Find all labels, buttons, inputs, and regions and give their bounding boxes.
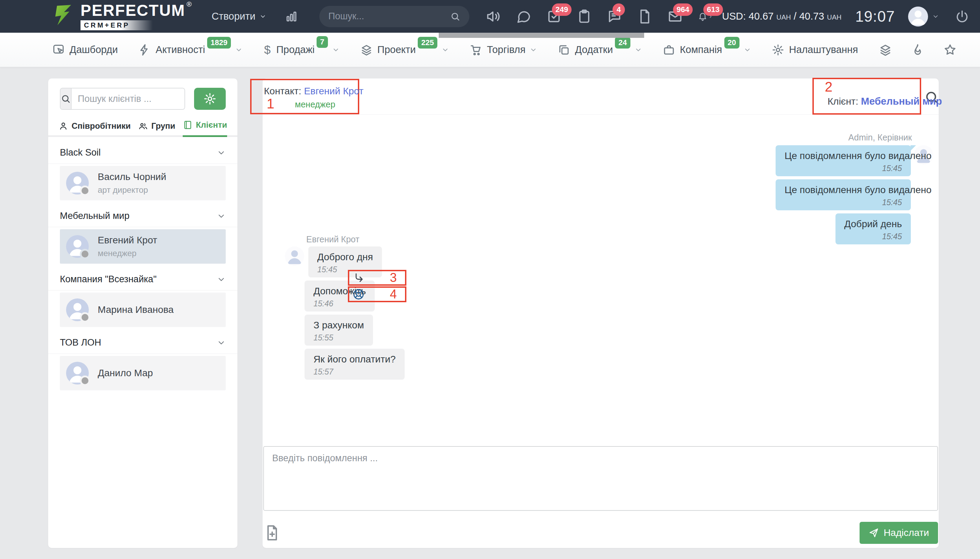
tasks-button[interactable]: 249	[546, 9, 562, 24]
sidebar-tabs: Співробітники Групи Клієнти	[48, 120, 238, 137]
top-navbar: PERFECTUM ® CRM+ERP Створити 249	[0, 0, 980, 33]
flame-icon[interactable]	[911, 43, 924, 56]
nav-item-activities[interactable]: Активності 1829	[139, 44, 243, 56]
chat-button[interactable]	[516, 9, 531, 24]
chevron-down-icon	[442, 46, 449, 54]
status-dot	[80, 249, 90, 259]
group-name: ТОВ ЛОН	[60, 337, 101, 348]
sidebar-settings-button[interactable]	[194, 88, 226, 110]
support-lifebuoy-icon[interactable]	[353, 288, 365, 300]
incoming-message[interactable]: З рахунком 15:55	[305, 314, 373, 346]
message-input[interactable]	[263, 446, 938, 511]
user-avatar	[908, 7, 928, 26]
contact-avatar	[285, 246, 304, 266]
group-header-vseznaika[interactable]: Компания "Всезнайка"	[48, 268, 238, 291]
system-icons	[955, 9, 980, 24]
nav-label: Торгівля	[487, 44, 525, 55]
chevron-down-icon	[217, 338, 226, 347]
chevron-down-icon	[235, 46, 243, 54]
tab-clients[interactable]: Клієнти	[183, 120, 227, 137]
documents-button[interactable]	[637, 9, 652, 24]
nav-badge: 225	[418, 37, 437, 48]
client-search-input[interactable]	[72, 88, 185, 109]
stats-button[interactable]	[285, 10, 298, 23]
comments-button[interactable]: 4	[607, 9, 622, 24]
nav-label: Компанія	[680, 44, 722, 55]
chevron-down-icon	[530, 46, 537, 54]
currency-rate: USD: 40.67 UAH / 40.73 UAH	[722, 11, 841, 22]
nav-label: Дашборди	[69, 44, 118, 55]
nav-item-apps[interactable]: Додатки 24	[558, 44, 642, 56]
contact-danylo-mar[interactable]: Данило Мар	[60, 356, 226, 390]
mail-button[interactable]: 964	[668, 9, 683, 24]
contact-marina-ivanova[interactable]: Марина Иванова	[60, 293, 226, 327]
clock: 19:07	[855, 8, 895, 25]
annotation-number-4: 4	[390, 287, 397, 301]
notifications-button[interactable]: 613	[698, 9, 713, 24]
dollar-icon: $	[263, 43, 272, 56]
nav-label: Проекти	[378, 44, 416, 55]
contact-name: Марина Иванова	[98, 304, 174, 315]
annotation-box-2: 2 Клієнт: Мебельный мир	[812, 78, 921, 115]
chevron-down-icon	[217, 275, 226, 284]
contact-label: Контакт:	[264, 86, 302, 96]
contact-evgeniy-krot[interactable]: Евгений Крот менеджер	[60, 229, 226, 264]
status-dot	[80, 375, 90, 386]
logout-power-icon[interactable]	[955, 9, 969, 24]
document-icon	[637, 9, 652, 24]
send-button[interactable]: Надіслати	[860, 522, 938, 544]
group-header-mebelnyi-mir[interactable]: Мебельный мир	[48, 205, 238, 227]
status-dot	[80, 312, 90, 322]
outgoing-message[interactable]: Добрий день 15:45	[835, 213, 911, 245]
horizontal-scrollbar-thumb[interactable]	[439, 33, 644, 38]
nav-badge: 1829	[207, 37, 231, 48]
nav-badge: 24	[615, 37, 630, 48]
stack-icon[interactable]	[879, 43, 892, 56]
group-name: Black Soil	[60, 147, 101, 158]
incoming-message[interactable]: Як його оплатити? 15:57	[305, 349, 405, 380]
chevron-down-icon	[217, 212, 226, 221]
client-search[interactable]	[60, 88, 185, 110]
nav-item-dashboards[interactable]: Дашборди	[52, 44, 118, 56]
nav-item-projects[interactable]: Проекти 225	[360, 44, 449, 56]
perfectum-logo-icon	[52, 2, 74, 28]
tab-groups[interactable]: Групи	[139, 120, 175, 137]
outgoing-message[interactable]: Це повідомлення було видалено 15:45	[775, 145, 911, 176]
avatar	[66, 362, 89, 384]
attach-file-icon[interactable]	[264, 524, 280, 541]
star-icon[interactable]	[944, 43, 957, 56]
currency-unit: UAH	[827, 13, 841, 21]
message-time: 15:55	[313, 333, 364, 342]
user-menu[interactable]	[908, 7, 939, 26]
clipboard-button[interactable]	[577, 9, 592, 24]
currency-buy: 40.67	[749, 11, 774, 22]
nav-item-company[interactable]: Компанія 20	[663, 44, 751, 56]
group-header-black-soil[interactable]: Black Soil	[48, 142, 238, 164]
nav-item-sales[interactable]: $ Продажі 7	[263, 43, 340, 56]
tab-employees[interactable]: Співробітники	[58, 120, 131, 137]
global-search[interactable]	[319, 6, 469, 27]
nav-label: Активності	[155, 44, 205, 55]
client-name-link[interactable]: Мебельный мир	[861, 96, 942, 107]
message-composer: Надіслати	[263, 446, 938, 544]
create-menu[interactable]: Створити	[212, 11, 266, 22]
sound-button[interactable]	[486, 9, 501, 24]
tab-label: Співробітники	[72, 121, 131, 131]
comments-badge: 4	[612, 3, 625, 16]
gear-icon	[772, 44, 784, 56]
contact-name: Данило Мар	[98, 368, 153, 379]
group-name: Компания "Всезнайка"	[60, 274, 157, 284]
person-icon	[58, 121, 68, 131]
group-name: Мебельный мир	[60, 211, 129, 221]
outgoing-message-group: Admin, Керівник Це повідомлення було вид…	[775, 132, 933, 248]
group-header-tov-lon[interactable]: ТОВ ЛОН	[48, 332, 238, 354]
nav-badge: 7	[317, 36, 328, 48]
reply-arrow-icon[interactable]	[353, 272, 365, 284]
outgoing-message[interactable]: Це повідомлення було видалено 15:45	[775, 179, 911, 210]
contact-vasyl-chornyi[interactable]: Василь Чорний арт директор	[60, 166, 226, 200]
contact-name-link[interactable]: Евгений Крот	[304, 86, 363, 96]
nav-item-settings[interactable]: Налаштування	[772, 44, 858, 56]
nav-item-trade[interactable]: Торгівля	[470, 44, 537, 56]
global-search-input[interactable]	[328, 11, 450, 22]
bar-chart-icon	[285, 10, 298, 23]
